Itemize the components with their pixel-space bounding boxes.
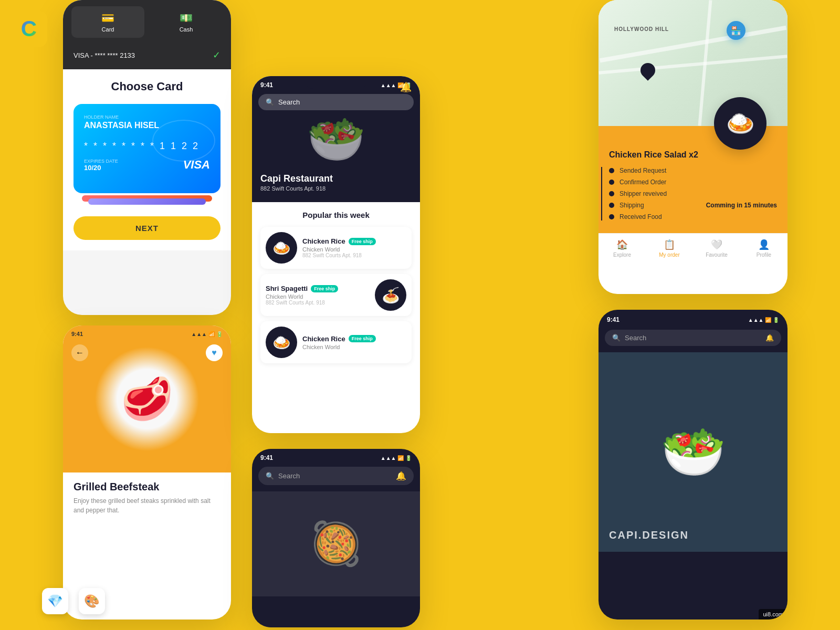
order-timeline: Sended Request Confirmed Order Shipper r… (609, 167, 777, 220)
search-notch (304, 449, 368, 461)
shipping-time-row: Shipping Comming in 15 minutes (620, 202, 777, 209)
explore-icon: 🏠 (616, 239, 628, 250)
tool-icons-container: 💎 🎨 (42, 588, 105, 614)
dark-notification-icon[interactable]: 🔔 (765, 334, 774, 342)
dark-hero-food: 🥗 CAPI.DESIGN (598, 352, 788, 552)
search-hero-image: 🥘 (252, 491, 420, 596)
food-detail-header: 9:41 ▲▲▲ 📶 🔋 ← ♥ 🥩 (63, 326, 231, 472)
map-area-label: HOLLYWOOD HILL (614, 26, 669, 32)
order-info-panel: Chicken Rice Salad x2 Sended Request Con… (598, 126, 788, 233)
food-item-top-2: Shri Spagetti Free ship (266, 285, 370, 292)
search-placeholder: Search (278, 98, 300, 106)
visa-number: VISA - **** **** 2133 (74, 51, 135, 59)
ui8-watermark: ui8.com (759, 609, 788, 620)
shipping-label: Shipping (620, 202, 644, 209)
card-world-decoration (152, 120, 215, 162)
notification-icon[interactable]: 🔔 (400, 81, 412, 93)
card-shadow-2 (88, 198, 206, 205)
timeline-received: Received Food (620, 213, 777, 220)
visa-check-icon: ✓ (213, 49, 220, 61)
capi-watermark: CAPI.DESIGN (609, 529, 689, 541)
search-bar-dark[interactable]: 🔍 Search 🔔 (258, 467, 414, 485)
free-ship-badge-1: Free ship (349, 238, 376, 245)
my-order-icon: 📋 (664, 239, 675, 250)
card-holder-label: HOLDER NAME (84, 114, 210, 120)
dark-search-icon: 🔍 (612, 334, 621, 342)
main-hero-section: 9:41 ▲▲▲ 📶 🔋 🔍 Search 🥗 🔔 Capi Restauran… (252, 76, 420, 202)
food-item-3[interactable]: 🍛 Chicken Rice Free ship Chicken World (260, 321, 412, 363)
favourite-icon: 🤍 (711, 239, 722, 250)
tab-card[interactable]: 💳 Card (71, 6, 144, 38)
card-expiry-info: EXPIRES DATE 10/20 (84, 159, 118, 172)
nav-my-order[interactable]: 📋 My order (646, 239, 693, 258)
signal-icons: ▲▲▲ 📶 🔋 (191, 331, 223, 337)
tab-cash[interactable]: 💵 Cash (150, 6, 223, 38)
payment-type-tabs: 💳 Card 💵 Cash (63, 0, 231, 44)
food-item-image-3: 🍛 (266, 327, 297, 358)
order-item-name: Chicken Rice Salad x2 (609, 150, 777, 160)
notification-icon-dark[interactable]: 🔔 (396, 471, 406, 481)
map-restaurant-pin: 🏪 (727, 21, 746, 40)
timeline-confirmed: Confirmed Order (620, 178, 777, 186)
free-ship-badge-3: Free ship (349, 335, 376, 342)
food-detail-body: Grilled Beefsteak Enjoy these grilled be… (63, 472, 231, 523)
card-expires-label: EXPIRES DATE (84, 159, 118, 164)
search-placeholder-dark: Search (278, 472, 300, 480)
dark-search-bar[interactable]: 🔍 Search 🔔 (605, 330, 781, 346)
food-item-info-2: Shri Spagetti Free ship Chicken World 88… (266, 285, 370, 306)
food-item-2[interactable]: Shri Spagetti Free ship Chicken World 88… (260, 274, 412, 316)
food-plate-image: 🥩 (94, 346, 200, 452)
food-name: Grilled Beefsteak (74, 481, 220, 493)
dark-time: 9:41 (607, 316, 620, 323)
card-tab-label: Card (102, 26, 114, 33)
food-item-image-2: 🍝 (375, 279, 406, 311)
timeline-sent: Sended Request (620, 167, 777, 174)
profile-icon: 👤 (758, 239, 770, 250)
search-icon-dark: 🔍 (266, 472, 274, 480)
food-detail-status-bar: 9:41 ▲▲▲ 📶 🔋 (63, 331, 231, 337)
order-tracking-screen: HOLLYWOOD HILL 🏪 🍛 Chicken Rice Salad x2… (598, 0, 788, 294)
next-button[interactable]: NEXT (74, 216, 220, 240)
food-item-1[interactable]: 🍛 Chicken Rice Free ship Chicken World 8… (260, 227, 412, 269)
search-signal-icons: ▲▲▲ 📶 🔋 (381, 454, 412, 461)
card-body: Choose Card HOLDER NAME ANASTASIA HISEL … (63, 69, 231, 250)
figma-icon[interactable]: 🎨 (79, 588, 105, 614)
choose-card-title: Choose Card (74, 80, 220, 93)
dark-signal-icons: ▲▲▲ 📶 🔋 (748, 316, 779, 323)
app-logo: C (10, 10, 47, 47)
search-time: 9:41 (260, 454, 273, 461)
dark-food-screen: 9:41 ▲▲▲ 📶 🔋 🔍 Search 🔔 🥗 CAPI.DESIGN ui… (598, 310, 788, 620)
nav-profile[interactable]: 👤 Profile (740, 239, 788, 258)
search-screen: 9:41 ▲▲▲ 📶 🔋 🔍 Search 🔔 🥘 (252, 449, 420, 627)
food-item-info-1: Chicken Rice Free ship Chicken World 882… (302, 237, 406, 258)
profile-label: Profile (757, 252, 771, 258)
free-ship-badge-2: Free ship (311, 285, 338, 292)
back-button[interactable]: ← (71, 344, 88, 361)
nav-explore[interactable]: 🏠 Explore (598, 239, 646, 258)
food-item-brand-2: Chicken World (266, 293, 370, 300)
favourite-label: Favourite (706, 252, 728, 258)
food-item-top-1: Chicken Rice Free ship (302, 237, 406, 245)
sketch-icon[interactable]: 💎 (42, 588, 68, 614)
food-item-top-3: Chicken Rice Free ship (302, 335, 406, 343)
map-user-pin (637, 60, 658, 81)
favorite-button[interactable]: ♥ (206, 344, 223, 361)
food-item-addr-1: 882 Swift Courts Apt. 918 (302, 253, 406, 258)
hero-restaurant-address: 882 Swift Courts Apt. 918 (260, 185, 333, 192)
timeline-shipping: Shipping Comming in 15 minutes (620, 202, 777, 209)
food-item-brand-3: Chicken World (302, 344, 406, 350)
dark-notch (662, 310, 724, 322)
visa-info-row: VISA - **** **** 2133 ✓ (63, 44, 231, 69)
nav-favourite[interactable]: 🤍 Favourite (693, 239, 740, 258)
main-search-bar[interactable]: 🔍 Search (258, 94, 414, 110)
search-icon: 🔍 (266, 98, 274, 106)
food-item-name-1: Chicken Rice (302, 237, 345, 245)
hero-restaurant-info: Capi Restaurant 882 Swift Courts Apt. 91… (260, 173, 333, 192)
card-payment-screen: 💳 Card 💵 Cash VISA - **** **** 2133 ✓ Ch… (63, 0, 231, 315)
food-item-image-1: 🍛 (266, 232, 297, 264)
food-item-info-3: Chicken Rice Free ship Chicken World (302, 335, 406, 350)
order-food-image: 🍛 (714, 97, 766, 150)
hero-restaurant-name: Capi Restaurant (260, 173, 333, 184)
dark-search-placeholder: Search (625, 334, 646, 342)
explore-label: Explore (613, 252, 631, 258)
